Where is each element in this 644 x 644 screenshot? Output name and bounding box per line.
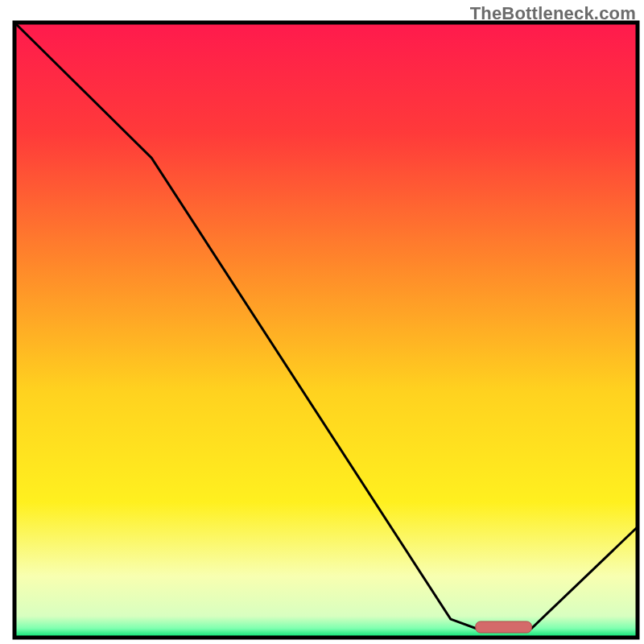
- bottleneck-chart: [0, 0, 644, 644]
- optimal-range-marker: [476, 621, 532, 633]
- chart-container: TheBottleneck.com: [0, 0, 644, 644]
- watermark-text: TheBottleneck.com: [470, 3, 636, 24]
